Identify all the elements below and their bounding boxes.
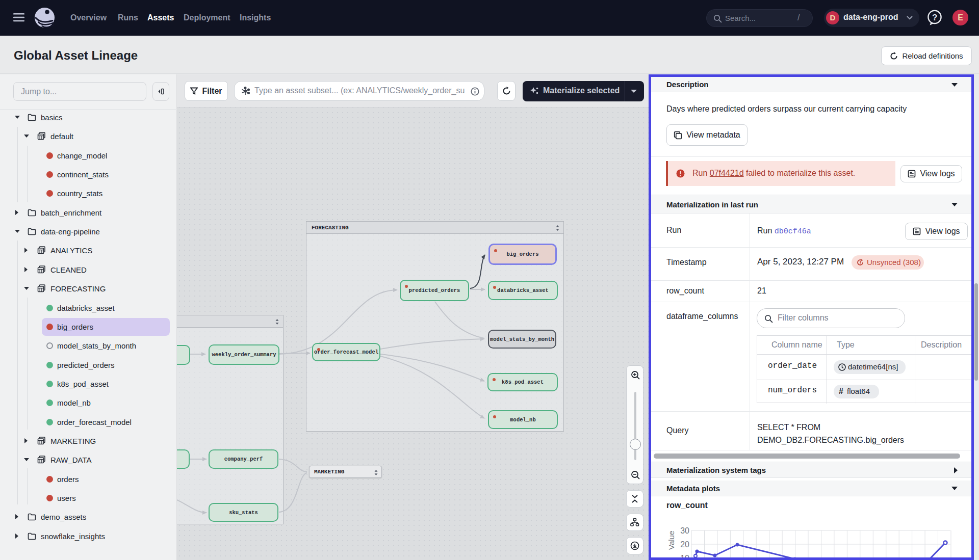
svg-text:Value: Value [667,531,676,550]
svg-text:10: 10 [680,554,689,558]
svg-text:20: 20 [680,540,689,549]
svg-text:30: 30 [680,526,689,535]
svg-text:?: ? [932,13,937,22]
